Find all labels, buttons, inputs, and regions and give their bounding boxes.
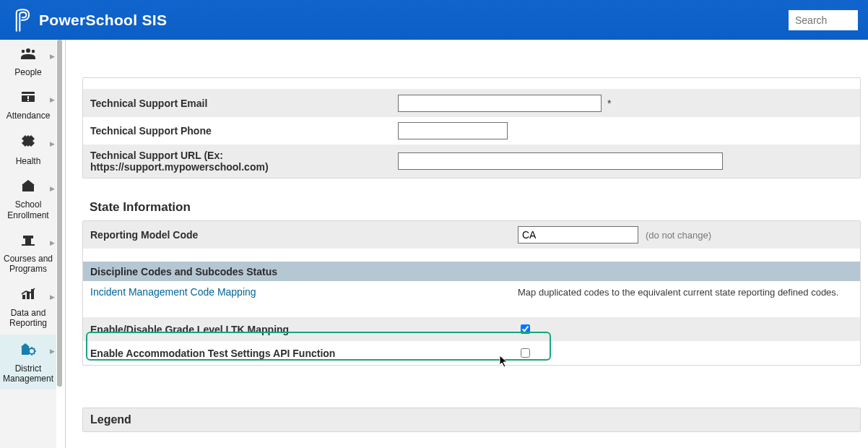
- sidebar-item-people[interactable]: People ▶: [0, 40, 56, 83]
- sidebar-item-label: Health: [16, 156, 41, 166]
- sidebar-item-label: Courses and Programs: [1, 254, 55, 275]
- main-content-area: Technical Support Email * Technical Supp…: [65, 40, 868, 448]
- sidebar-scrollbar[interactable]: [57, 40, 64, 448]
- svg-point-17: [29, 348, 35, 354]
- ltk-mapping-label: Enable/Disable Grade Level LTK Mapping: [90, 324, 518, 335]
- sidebar-item-label: District Management: [1, 363, 55, 384]
- tech-support-email-label: Technical Support Email: [90, 98, 398, 109]
- reporting-model-code-label: Reporting Model Code: [90, 229, 518, 241]
- accommodation-api-row: Enable Accommodation Test Settings API F…: [83, 341, 860, 365]
- tech-support-phone-row: Technical Support Phone: [83, 117, 860, 145]
- svg-rect-9: [23, 236, 33, 238]
- svg-rect-5: [27, 96, 29, 99]
- incident-mgmt-link[interactable]: Incident Management Code Mapping: [90, 286, 256, 298]
- chevron-right-icon: ▶: [50, 140, 55, 147]
- ltk-mapping-row: Enable/Disable Grade Level LTK Mapping: [83, 317, 860, 341]
- svg-point-0: [26, 48, 30, 53]
- sidebar-item-attendance[interactable]: Attendance ▶: [0, 83, 56, 126]
- topbar: PowerSchool SIS: [0, 0, 868, 40]
- podium-icon: [20, 233, 36, 250]
- incident-mgmt-description: Map duplicated codes to the equivalent c…: [518, 287, 853, 298]
- chevron-right-icon: ▶: [50, 53, 55, 60]
- sidebar-item-school-enrollment[interactable]: School Enrollment ▶: [0, 172, 56, 226]
- svg-rect-7: [22, 185, 34, 191]
- tech-support-url-row: Technical Support URL (Ex: https://suppo…: [83, 145, 860, 178]
- people-icon: [20, 47, 36, 64]
- powerschool-logo-icon: [14, 8, 30, 33]
- svg-point-1: [22, 50, 25, 53]
- svg-marker-8: [22, 180, 35, 185]
- reporting-model-code-input[interactable]: [518, 226, 638, 244]
- state-info-section-title: State Information: [90, 200, 868, 215]
- sidebar-item-label: People: [14, 67, 41, 77]
- discipline-codes-subheader: Discipline Codes and Subcodes Status: [83, 262, 860, 281]
- svg-rect-6: [27, 100, 29, 101]
- chevron-right-icon: ▶: [50, 185, 55, 192]
- sidebar-item-label: Attendance: [6, 111, 51, 121]
- svg-rect-12: [22, 295, 25, 299]
- medical-cross-icon: [21, 134, 35, 152]
- scrollbar-thumb[interactable]: [57, 40, 62, 387]
- tech-support-url-input[interactable]: [398, 152, 723, 170]
- global-search-input[interactable]: [789, 10, 858, 30]
- tech-support-card: Technical Support Email * Technical Supp…: [82, 77, 861, 178]
- chevron-right-icon: ▶: [50, 293, 55, 301]
- tech-support-email-input[interactable]: [398, 95, 602, 112]
- chevron-right-icon: ▶: [50, 348, 55, 355]
- legend-card: Legend: [82, 408, 861, 432]
- chevron-right-icon: ▶: [50, 239, 55, 246]
- sidebar-item-courses-programs[interactable]: Courses and Programs ▶: [0, 226, 56, 280]
- tech-support-phone-input[interactable]: [398, 122, 508, 139]
- svg-rect-13: [27, 292, 30, 299]
- state-info-card: Reporting Model Code (do not change) Dis…: [82, 220, 861, 366]
- chevron-right-icon: ▶: [50, 96, 55, 103]
- svg-rect-10: [25, 238, 31, 244]
- side-nav: People ▶ Attendance ▶ Health ▶ School En…: [0, 40, 66, 448]
- school-building-icon: [20, 179, 36, 196]
- reporting-model-code-hint: (do not change): [646, 230, 711, 241]
- required-indicator: *: [607, 98, 611, 109]
- ltk-mapping-checkbox[interactable]: [521, 324, 530, 334]
- incident-mgmt-row: Incident Management Code Mapping Map dup…: [83, 281, 860, 303]
- district-gear-icon: [20, 342, 36, 360]
- sidebar-item-label: Data and Reporting: [1, 308, 55, 329]
- sidebar-item-health[interactable]: Health ▶: [0, 127, 56, 172]
- tech-support-phone-label: Technical Support Phone: [90, 125, 398, 137]
- tech-support-email-row: Technical Support Email *: [83, 90, 860, 117]
- accommodation-api-checkbox[interactable]: [521, 348, 530, 358]
- svg-rect-4: [22, 94, 35, 95]
- reporting-model-code-row: Reporting Model Code (do not change): [83, 221, 860, 249]
- bar-chart-icon: [20, 288, 36, 304]
- legend-header: Legend: [83, 408, 860, 431]
- calendar-alert-icon: [20, 90, 36, 107]
- tech-support-url-label: Technical Support URL (Ex: https://suppo…: [90, 150, 398, 173]
- brand-title: PowerSchool SIS: [39, 12, 167, 29]
- accommodation-api-label: Enable Accommodation Test Settings API F…: [90, 348, 518, 359]
- svg-point-2: [32, 50, 35, 53]
- sidebar-item-data-reporting[interactable]: Data and Reporting ▶: [0, 280, 56, 335]
- svg-marker-16: [21, 343, 30, 347]
- svg-rect-11: [22, 244, 35, 246]
- sidebar-item-label: School Enrollment: [1, 199, 55, 220]
- sidebar-item-district-management[interactable]: District Management ▶: [0, 335, 56, 390]
